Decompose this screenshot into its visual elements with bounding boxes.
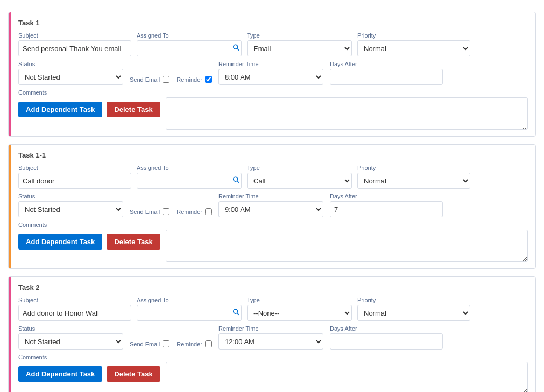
days-after-label-task2: Days After (330, 325, 443, 332)
assigned-search-btn-task1[interactable] (232, 44, 240, 53)
priority-select-task1[interactable]: NormalHighLow (357, 40, 470, 56)
send-email-label-task1: Send Email (130, 76, 160, 83)
comments-textarea-task1-1[interactable] (166, 230, 528, 262)
subject-input-task1-1[interactable] (18, 173, 131, 189)
svg-line-1 (237, 48, 239, 51)
task-title-task1: Task 1 (18, 19, 528, 27)
add-dependent-btn-task1-1[interactable]: Add Dependent Task (18, 234, 102, 250)
status-label-task1: Status (18, 61, 123, 67)
reminder-checkbox-task1-1[interactable] (205, 208, 212, 215)
type-label-task1-1: Type (247, 165, 352, 171)
delete-task-btn-task2[interactable]: Delete Task (107, 366, 160, 382)
svg-point-4 (234, 309, 238, 313)
type-select-task2[interactable]: EmailCall--None-- (247, 305, 352, 321)
priority-label-task1-1: Priority (357, 165, 470, 171)
assigned-search-btn-task2[interactable] (232, 309, 240, 318)
assigned-input-task1-1[interactable] (137, 173, 242, 189)
reminder-time-select-task1[interactable]: 12:00 AM1:00 AM2:00 AM3:00 AM4:00 AM5:00… (218, 69, 323, 85)
comments-textarea-task1[interactable] (166, 97, 528, 130)
type-group-task2: Type EmailCall--None-- (247, 297, 352, 321)
priority-label-task2: Priority (357, 297, 470, 303)
svg-line-3 (237, 181, 239, 183)
reminder-time-select-task2[interactable]: 12:00 AM1:00 AM2:00 AM3:00 AM4:00 AM5:00… (218, 333, 323, 350)
assigned-group-task1-1: Assigned To (137, 165, 242, 189)
subject-group-task2: Subject (18, 297, 131, 321)
type-group-task1: Type EmailCall--None-- (247, 32, 352, 56)
status-group-task2: Status Not StartedIn ProgressCompletedWa… (18, 325, 123, 350)
send-email-group-task1-1: Send Email Reminder (130, 208, 212, 217)
add-dependent-btn-task1[interactable]: Add Dependent Task (18, 102, 102, 117)
subject-group-task1: Subject (18, 32, 131, 56)
send-email-label-task2: Send Email (130, 341, 160, 347)
task-title-task2: Task 2 (18, 283, 528, 291)
comments-textarea-task2[interactable] (166, 362, 528, 392)
delete-task-btn-task1[interactable]: Delete Task (107, 102, 160, 117)
days-after-input-task1[interactable] (330, 69, 443, 85)
reminder-label-task2: Reminder (176, 341, 202, 347)
comments-section-task2: Comments Add Dependent Task Delete Task (18, 354, 528, 392)
days-after-group-task1: Days After (330, 61, 443, 85)
reminder-checkbox-task2[interactable] (205, 340, 212, 347)
reminder-time-group-task2: Reminder Time 12:00 AM1:00 AM2:00 AM3:00… (218, 325, 323, 350)
status-select-task1-1[interactable]: Not StartedIn ProgressCompletedWaiting o… (18, 201, 123, 217)
priority-label-task1: Priority (357, 32, 470, 39)
svg-line-5 (237, 313, 239, 315)
reminder-time-label-task1-1: Reminder Time (218, 193, 323, 199)
reminder-checkbox-task1[interactable] (205, 76, 212, 83)
assigned-label-task1-1: Assigned To (137, 165, 242, 171)
status-label-task1-1: Status (18, 193, 123, 199)
task-title-task1-1: Task 1-1 (18, 151, 528, 159)
status-select-task1[interactable]: Not StartedIn ProgressCompletedWaiting o… (18, 69, 123, 85)
send-email-checkbox-task1-1[interactable] (163, 208, 169, 215)
task-card-task1-1: Task 1-1 Subject Assigned To (8, 144, 536, 269)
send-email-group-task2: Send Email Reminder (130, 340, 212, 350)
status-label-task2: Status (18, 325, 123, 332)
subject-label-task1-1: Subject (18, 165, 131, 171)
status-group-task1-1: Status Not StartedIn ProgressCompletedWa… (18, 193, 123, 217)
delete-task-btn-task1-1[interactable]: Delete Task (107, 234, 160, 250)
reminder-time-label-task1: Reminder Time (218, 61, 323, 67)
days-after-label-task1-1: Days After (330, 193, 443, 199)
priority-group-task1-1: Priority NormalHighLow (357, 165, 470, 189)
days-after-group-task1-1: Days After (330, 193, 443, 217)
reminder-time-group-task1-1: Reminder Time 12:00 AM1:00 AM2:00 AM3:00… (218, 193, 323, 217)
assigned-group-task2: Assigned To (137, 297, 242, 321)
days-after-input-task2[interactable] (330, 333, 443, 350)
assigned-input-task2[interactable] (137, 305, 242, 321)
reminder-label-task1: Reminder (176, 76, 202, 83)
status-select-task2[interactable]: Not StartedIn ProgressCompletedWaiting o… (18, 333, 123, 350)
type-select-task1[interactable]: EmailCall--None-- (247, 40, 352, 56)
assigned-label-task2: Assigned To (137, 297, 242, 303)
type-select-task1-1[interactable]: EmailCall--None-- (247, 173, 352, 189)
type-label-task1: Type (247, 32, 352, 39)
reminder-time-label-task2: Reminder Time (218, 325, 323, 332)
days-after-group-task2: Days After (330, 325, 443, 350)
subject-group-task1-1: Subject (18, 165, 131, 189)
comments-label-task1-1: Comments (18, 222, 528, 228)
status-group-task1: Status Not StartedIn ProgressCompletedWa… (18, 61, 123, 85)
assigned-search-btn-task1-1[interactable] (232, 176, 240, 186)
reminder-label-task1-1: Reminder (176, 209, 202, 215)
days-after-label-task1: Days After (330, 61, 443, 67)
subject-label-task1: Subject (18, 32, 131, 39)
svg-point-0 (234, 45, 238, 49)
days-after-input-task1-1[interactable] (330, 201, 443, 217)
type-group-task1-1: Type EmailCall--None-- (247, 165, 352, 189)
send-email-checkbox-task2[interactable] (163, 340, 169, 347)
subject-input-task1[interactable] (18, 40, 131, 56)
subject-label-task2: Subject (18, 297, 131, 303)
priority-group-task1: Priority NormalHighLow (357, 32, 470, 56)
assigned-group-task1: Assigned To (137, 32, 242, 56)
priority-select-task2[interactable]: NormalHighLow (357, 305, 470, 321)
task-card-task2: Task 2 Subject Assigned To (8, 276, 536, 392)
subject-input-task2[interactable] (18, 305, 131, 321)
send-email-label-task1-1: Send Email (130, 209, 160, 215)
reminder-time-select-task1-1[interactable]: 12:00 AM1:00 AM2:00 AM3:00 AM4:00 AM5:00… (218, 201, 323, 217)
comments-label-task1: Comments (18, 89, 528, 96)
add-dependent-btn-task2[interactable]: Add Dependent Task (18, 366, 102, 382)
send-email-group-task1: Send Email Reminder (130, 76, 212, 85)
assigned-input-task1[interactable] (137, 40, 242, 56)
priority-select-task1-1[interactable]: NormalHighLow (357, 173, 470, 189)
send-email-checkbox-task1[interactable] (163, 76, 169, 83)
reminder-time-group-task1: Reminder Time 12:00 AM1:00 AM2:00 AM3:00… (218, 61, 323, 85)
